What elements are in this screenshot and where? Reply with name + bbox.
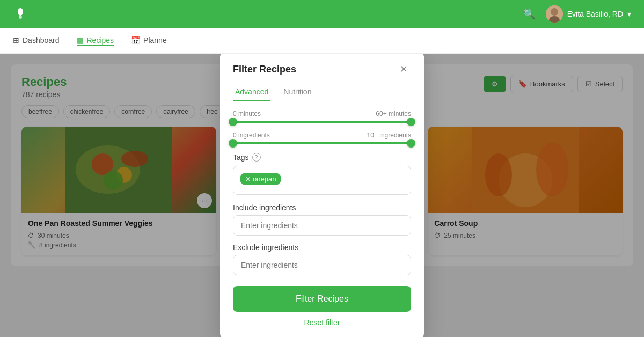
tags-help-icon[interactable]: ? — [252, 153, 261, 162]
ingredients-max-label: 10+ ingredients — [367, 131, 411, 139]
ingredients-slider-track — [233, 142, 411, 144]
time-slider-left-thumb[interactable] — [229, 118, 237, 126]
svg-point-4 — [551, 8, 558, 16]
modal-backdrop: Filter Recipes ✕ Advanced Nutrition 0 mi… — [0, 54, 644, 337]
time-max-label: 60+ minutes — [376, 110, 411, 118]
tab-nutrition[interactable]: Nutrition — [281, 83, 313, 101]
active-tag-onepan: ✕ onepan — [240, 173, 281, 185]
ingredients-slider-right-thumb[interactable] — [407, 139, 415, 148]
nav-right: 🔍 Evita Basilio, RD ▾ — [523, 5, 631, 23]
dashboard-label: Dashboard — [23, 36, 60, 45]
planner-label: Planne — [143, 36, 167, 45]
exclude-ingredients-label: Exclude ingredients — [233, 243, 411, 252]
tab-advanced[interactable]: Advanced — [233, 83, 270, 101]
dashboard-icon: ⊞ — [13, 36, 19, 45]
ingredients-slider-section: 0 ingredients 10+ ingredients — [233, 131, 411, 144]
reset-filter-link[interactable]: Reset filter — [233, 318, 411, 327]
ingredients-slider-labels: 0 ingredients 10+ ingredients — [233, 131, 411, 139]
include-ingredients-section: Include ingredients — [233, 203, 411, 236]
modal-close-button[interactable]: ✕ — [396, 62, 411, 77]
filter-recipes-button[interactable]: Filter Recipes — [233, 286, 411, 312]
sidebar-item-dashboard[interactable]: ⊞ Dashboard — [13, 36, 60, 46]
tag-remove-button[interactable]: ✕ — [245, 175, 251, 183]
time-min-label: 0 minutes — [233, 110, 261, 118]
time-slider-fill — [233, 121, 411, 123]
modal-header: Filter Recipes ✕ — [220, 51, 424, 77]
app-logo — [13, 6, 28, 21]
include-ingredients-input[interactable] — [233, 215, 411, 236]
ingredients-slider-fill — [233, 142, 411, 144]
svg-rect-2 — [20, 12, 21, 16]
time-slider-right-thumb[interactable] — [407, 118, 415, 126]
user-chevron: ▾ — [627, 10, 631, 18]
modal-title: Filter Recipes — [233, 64, 296, 75]
filter-modal: Filter Recipes ✕ Advanced Nutrition 0 mi… — [220, 51, 424, 337]
planner-icon: 📅 — [131, 36, 140, 45]
search-icon[interactable]: 🔍 — [523, 8, 535, 20]
exclude-ingredients-input[interactable] — [233, 255, 411, 275]
include-ingredients-label: Include ingredients — [233, 203, 411, 212]
recipes-label: Recipes — [87, 36, 114, 45]
exclude-ingredients-section: Exclude ingredients — [233, 243, 411, 275]
modal-body: 0 minutes 60+ minutes 0 ingredients 10+ … — [220, 101, 424, 337]
recipes-icon: ▤ — [77, 36, 84, 45]
tags-label: Tags ? — [233, 153, 411, 162]
time-slider-section: 0 minutes 60+ minutes — [233, 110, 411, 123]
sidebar-item-recipes[interactable]: ▤ Recipes — [77, 36, 114, 46]
user-menu[interactable]: Evita Basilio, RD ▾ — [546, 5, 631, 23]
ingredients-min-label: 0 ingredients — [233, 131, 270, 139]
modal-tabs: Advanced Nutrition — [220, 77, 424, 101]
tags-input-box[interactable]: ✕ onepan — [233, 166, 411, 195]
avatar — [546, 5, 563, 23]
user-name: Evita Basilio, RD — [567, 10, 623, 18]
top-nav: 🔍 Evita Basilio, RD ▾ — [0, 0, 644, 28]
ingredients-slider-left-thumb[interactable] — [229, 139, 237, 148]
time-slider-track — [233, 121, 411, 123]
time-slider-labels: 0 minutes 60+ minutes — [233, 110, 411, 118]
secondary-nav: ⊞ Dashboard ▤ Recipes 📅 Planne — [0, 28, 644, 54]
main-content: Recipes 787 recipes ⚙ 🔖 Bookmarks ☑ Sele… — [0, 54, 644, 337]
sidebar-item-planner[interactable]: 📅 Planne — [131, 36, 167, 46]
tag-label: onepan — [253, 175, 276, 183]
